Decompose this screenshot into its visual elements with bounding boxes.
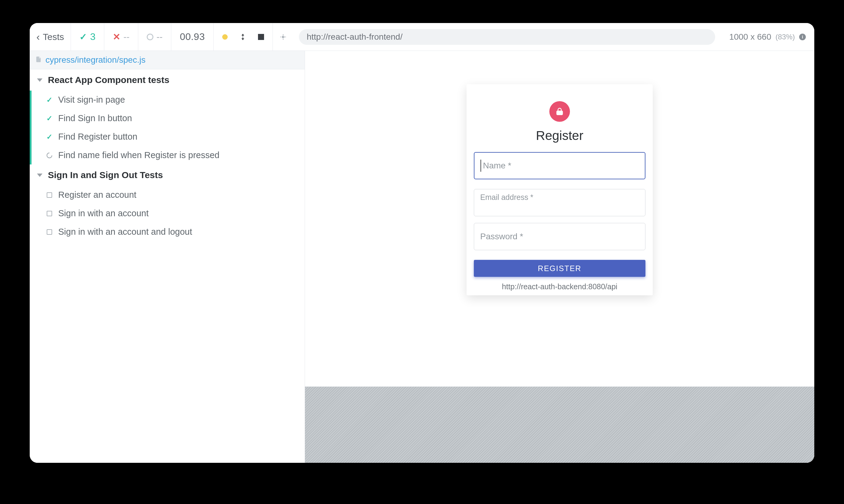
test-row[interactable]: Sign in with an account	[30, 204, 305, 222]
register-card: Register Name * Email address * Password…	[467, 84, 653, 295]
snapshot-indicator-icon[interactable]	[222, 34, 228, 40]
test-title: Find name field when Register is pressed	[58, 150, 220, 160]
lock-icon	[555, 107, 565, 116]
tests-back-button[interactable]: ‹ Tests	[30, 23, 71, 51]
viewport-scale: (83%)	[775, 33, 795, 41]
lock-avatar	[549, 101, 570, 122]
spec-path: cypress/integration/spec.js	[46, 55, 145, 65]
register-button[interactable]: REGISTER	[474, 260, 645, 277]
check-icon: ✓	[46, 133, 53, 141]
pass-count: 3	[90, 31, 96, 42]
auto-scroll-icon[interactable]	[239, 33, 247, 41]
reporter-panel: cypress/integration/spec.js React App Co…	[30, 51, 305, 463]
check-icon: ✓	[46, 114, 53, 123]
pending-box-icon	[46, 211, 53, 216]
password-field[interactable]: Password *	[474, 223, 645, 250]
suite-title: React App Component tests	[48, 75, 170, 85]
register-button-label: REGISTER	[538, 264, 582, 273]
text-cursor	[481, 160, 481, 172]
test-row[interactable]: Find name field when Register is pressed	[30, 146, 305, 164]
caret-down-icon	[37, 174, 42, 177]
file-icon	[35, 55, 42, 65]
test-title: Sign in with an account and logout	[58, 227, 192, 237]
viewport-dimensions: 1000 x 660	[729, 32, 771, 42]
test-row[interactable]: ✓ Find Sign In button	[30, 109, 305, 127]
caret-down-icon	[37, 78, 42, 82]
tests-back-label: Tests	[43, 32, 64, 42]
timer: 00.93	[171, 23, 214, 51]
timer-value: 00.93	[180, 31, 205, 42]
check-icon: ✓	[46, 96, 53, 104]
check-icon: ✓	[80, 32, 87, 42]
suite-header[interactable]: Sign In and Sign Out Tests	[30, 164, 305, 186]
info-icon: i	[799, 34, 806, 40]
test-row[interactable]: Sign in with an account and logout	[30, 222, 305, 241]
spinner-icon	[46, 152, 53, 159]
suite-title: Sign In and Sign Out Tests	[48, 170, 163, 180]
pending-box-icon	[46, 192, 53, 198]
name-placeholder: Name *	[483, 161, 511, 170]
app-preview: Register Name * Email address * Password…	[305, 51, 814, 463]
test-list: ✓ Visit sign-in page ✓ Find Sign In butt…	[30, 91, 305, 164]
fail-counter: ✕ --	[104, 23, 138, 51]
stop-icon[interactable]	[258, 34, 264, 40]
url-input[interactable]: http://react-auth-frontend/	[299, 29, 716, 45]
chevron-left-icon: ‹	[36, 31, 40, 43]
pending-box-icon	[46, 229, 53, 235]
viewport-info[interactable]: 1000 x 660 (83%) i	[721, 23, 814, 51]
url-value: http://react-auth-frontend/	[307, 32, 402, 42]
selector-playground-button[interactable]	[273, 23, 293, 51]
email-label: Email address *	[480, 193, 533, 202]
spec-header[interactable]: cypress/integration/spec.js	[30, 51, 305, 69]
card-title: Register	[536, 128, 583, 143]
test-row[interactable]: ✓ Find Register button	[30, 127, 305, 146]
x-icon: ✕	[113, 32, 120, 42]
test-title: Register an account	[58, 190, 136, 200]
test-row[interactable]: Register an account	[30, 186, 305, 204]
fail-count: --	[123, 32, 130, 42]
test-title: Find Register button	[58, 132, 137, 142]
main-split: cypress/integration/spec.js React App Co…	[30, 51, 814, 463]
pending-counter: --	[138, 23, 171, 51]
password-label: Password *	[480, 232, 523, 241]
pass-counter: ✓ 3	[71, 23, 104, 51]
svg-rect-1	[557, 111, 563, 115]
suite-header[interactable]: React App Component tests	[30, 69, 305, 91]
test-title: Sign in with an account	[58, 209, 149, 218]
url-bar: http://react-auth-frontend/	[293, 23, 721, 51]
test-title: Visit sign-in page	[58, 95, 125, 105]
circle-icon	[147, 34, 153, 40]
name-field[interactable]: Name *	[474, 152, 645, 179]
svg-point-0	[282, 36, 284, 38]
cypress-window: ‹ Tests ✓ 3 ✕ -- -- 00.93	[30, 23, 814, 463]
test-title: Find Sign In button	[58, 113, 132, 123]
api-url-text: http://react-auth-backend:8080/api	[502, 282, 618, 291]
test-row[interactable]: ✓ Visit sign-in page	[30, 91, 305, 109]
pending-count: --	[156, 32, 162, 42]
preview-overflow-area	[305, 386, 814, 463]
preview-stage: Register Name * Email address * Password…	[305, 51, 814, 386]
topbar: ‹ Tests ✓ 3 ✕ -- -- 00.93	[30, 23, 814, 51]
email-field[interactable]: Email address *	[474, 189, 645, 216]
test-list: Register an account Sign in with an acco…	[30, 186, 305, 241]
runner-controls	[214, 23, 273, 51]
